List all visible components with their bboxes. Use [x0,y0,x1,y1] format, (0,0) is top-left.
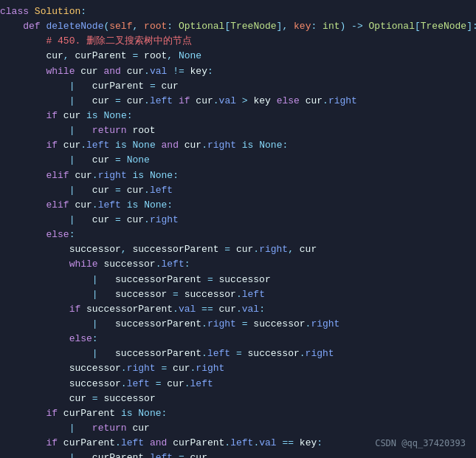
line-12: elif cur.right is None: [0,168,476,183]
line-27: cur = successor [0,392,476,406]
line-20: | successor = successor.left [0,287,476,302]
line-7: | cur = cur.left if cur.val > key else c… [0,94,476,109]
line-15: | cur = cur.right [0,213,476,228]
watermark: CSDN @qq_37420393 [375,437,466,451]
line-23: else: [0,332,476,346]
line-22: | successorParent.right = successor.righ… [0,317,476,332]
line-5: while cur and cur.val != key: [0,64,476,79]
line-16: else: [0,228,476,242]
line-13: | cur = cur.left [0,183,476,198]
line-3: # 450. 删除二叉搜索树中的节点 [0,34,476,49]
line-8: if cur is None: [0,109,476,123]
line-17: successor, successorParent = cur.right, … [0,242,476,257]
line-9: | return root [0,123,476,138]
line-31: | curParent.left = cur [0,451,476,458]
line-11: | cur = None [0,153,476,168]
line-2: def deleteNode(self, root: Optional[Tree… [0,19,476,34]
line-21: if successorParent.val == cur.val: [0,302,476,317]
line-4: cur, curParent = root, None [0,49,476,64]
line-18: while successor.left: [0,257,476,272]
line-1: class Solution: [0,4,476,19]
line-6: | curParent = cur [0,79,476,94]
line-24: | successorParent.left = successor.right [0,346,476,361]
line-25: successor.right = cur.right [0,361,476,376]
line-26: successor.left = cur.left [0,377,476,392]
code-block: class Solution: def deleteNode(self, roo… [0,0,476,458]
line-10: if cur.left is None and cur.right is Non… [0,138,476,153]
line-14: elif cur.left is None: [0,198,476,213]
line-29: | return cur [0,421,476,436]
line-19: | successorParent = successor [0,273,476,287]
line-28: if curParent is None: [0,406,476,421]
